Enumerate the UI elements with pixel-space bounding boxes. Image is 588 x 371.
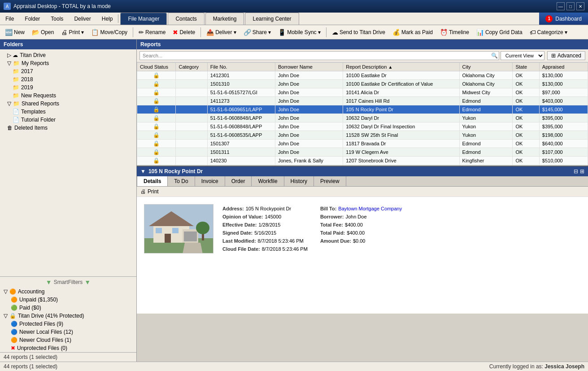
left-status-bar: 44 reports (1 selected) xyxy=(0,352,136,362)
filter-unprotected[interactable]: ✖ Unprotected Files (0) xyxy=(0,344,136,352)
table-row[interactable]: 🔒 1501307 John Doe 11817 Bravada Dr Edmo… xyxy=(137,140,588,148)
col-header-cloud-status[interactable]: Cloud Status xyxy=(137,63,176,71)
filter-protected-files[interactable]: 🔵 Protected Files (9) xyxy=(0,320,136,328)
folder-my-reports[interactable]: ▽ 📁 My Reports xyxy=(0,59,136,67)
table-row[interactable]: 🔒 1501310 John Doe 10100 Eastlake Dr Cer… xyxy=(137,80,588,88)
restore-icon[interactable]: ⊟ xyxy=(574,168,578,175)
table-row[interactable]: 🔒 51-51-6-0608535/LAPP John Doe 11528 SW… xyxy=(137,131,588,140)
detail-print-button[interactable]: 🖨 Print xyxy=(140,188,159,195)
cell-city: Kingfisher xyxy=(459,157,513,165)
copy-grid-button[interactable]: 📊 Copy Grid Data xyxy=(473,27,526,37)
menu-tools[interactable]: Tools xyxy=(45,13,69,25)
folder-tutorial[interactable]: 📄 Tutorial Folder xyxy=(0,116,136,124)
filter-newer-cloud[interactable]: 🟠 Newer Cloud Files (1) xyxy=(0,336,136,344)
timeline-button[interactable]: ⏰ Timeline xyxy=(437,27,472,37)
filter-newer-local[interactable]: 🔵 Newer Local Files (12) xyxy=(0,328,136,336)
cell-category xyxy=(176,114,207,122)
movecopy-button[interactable]: 📋 Move/Copy xyxy=(88,27,131,37)
tab-details[interactable]: Details xyxy=(137,176,168,186)
advanced-button[interactable]: ⊞ Advanced xyxy=(547,51,585,60)
menu-folder[interactable]: Folder xyxy=(19,13,45,25)
print-button[interactable]: 🖨 Print ▾ xyxy=(58,27,87,37)
new-button[interactable]: 🆕 New xyxy=(2,27,28,37)
mobile-sync-button[interactable]: 📱 Mobile Sync ▾ xyxy=(275,27,324,37)
my-reports-label: My Reports xyxy=(22,60,49,66)
send-titan-button[interactable]: ☁ Send to Titan Drive xyxy=(329,27,388,37)
folder-2019[interactable]: 📁 2019 xyxy=(0,83,136,92)
open-button[interactable]: 📂 Open xyxy=(29,27,57,37)
menu-deliver[interactable]: Deliver xyxy=(69,13,96,25)
detail-header-icons: ⊟ ⊞ xyxy=(574,168,584,175)
table-row[interactable]: 🔒 140230 Jones, Frank & Sally 1207 Stone… xyxy=(137,157,588,165)
col-header-file-no[interactable]: File No. xyxy=(207,63,275,71)
col-header-borrower[interactable]: Borrower Name xyxy=(275,63,343,71)
search-input[interactable] xyxy=(139,51,499,60)
filter-accounting[interactable]: ▽ 🟠 Accounting xyxy=(0,288,136,296)
tab-preview[interactable]: Preview xyxy=(314,176,346,186)
filter-titan-drive[interactable]: ▽ 🔒 Titan Drive (41% Protected) xyxy=(0,312,136,320)
tab-marketing[interactable]: Marketing xyxy=(205,13,244,25)
table-row[interactable]: 🔒 51-51-6-0608848/LAPP John Doe 10632 Da… xyxy=(137,122,588,131)
address-value: 105 N Rockypoint Dr xyxy=(246,206,292,211)
title-bar-controls[interactable]: — □ ✕ xyxy=(557,2,584,10)
paid-label: Paid ($0) xyxy=(19,305,41,311)
data-grid[interactable]: Cloud Status Category File No. Borrower … xyxy=(137,62,588,166)
menu-divider xyxy=(118,14,118,23)
rename-button[interactable]: ✏ Rename xyxy=(135,27,169,37)
minimize-button[interactable]: — xyxy=(557,2,565,10)
col-header-report-desc[interactable]: Report Description ▲ xyxy=(343,63,459,71)
timeline-icon: ⏰ xyxy=(440,29,448,36)
cell-borrower: John Doe xyxy=(275,97,343,105)
close-button[interactable]: ✕ xyxy=(576,2,584,10)
folder-2017[interactable]: 📁 2017 xyxy=(0,67,136,75)
templates-icon: 📄 xyxy=(13,109,19,115)
filter-paid[interactable]: 🟢 Paid ($0) xyxy=(0,304,136,312)
mark-paid-button[interactable]: 💰 Mark as Paid xyxy=(389,27,436,37)
folder-titan-drive[interactable]: ▷ ☁ Titan Drive xyxy=(0,51,136,59)
tab-contacts[interactable]: Contacts xyxy=(168,13,204,25)
categorize-button[interactable]: 🏷 Categorize ▾ xyxy=(527,27,571,37)
filter-unpaid[interactable]: 🟠 Unpaid ($1,350) xyxy=(0,296,136,304)
expand-icon[interactable]: ⊞ xyxy=(580,168,584,175)
col-header-state[interactable]: State xyxy=(513,63,539,71)
folder-deleted-items[interactable]: 🗑 Deleted Items xyxy=(0,124,136,132)
dashboard-button[interactable]: 1 Dashboard xyxy=(539,13,588,25)
tab-history[interactable]: History xyxy=(284,176,314,186)
folder-2018[interactable]: 📁 2018 xyxy=(0,75,136,83)
cell-cloud-status: 🔒 xyxy=(137,148,176,157)
bill-to-row: Bill To: Baytown Mortgage Company xyxy=(320,206,402,211)
detail-tabs: Details To Do Invoice Order Workfile His… xyxy=(137,176,588,187)
col-header-appraised[interactable]: Appraised xyxy=(539,63,588,71)
folder-templates[interactable]: 📄 Templates xyxy=(0,108,136,116)
tab-file-manager[interactable]: File Manager xyxy=(120,13,167,25)
deliver-button[interactable]: 📤 Deliver ▾ xyxy=(203,27,240,37)
cell-city: Edmond xyxy=(459,97,513,105)
menu-file[interactable]: File xyxy=(0,13,19,25)
table-row[interactable]: 🔒 1412301 John Doe 10100 Eastlake Dr Okl… xyxy=(137,71,588,80)
table-row[interactable]: 🔒 51-51-6-0609651/LAPP John Doe 105 N Ro… xyxy=(137,105,588,114)
open-icon: 📂 xyxy=(32,29,39,36)
folder-shared-reports[interactable]: ▽ 📁 Shared Reports xyxy=(0,100,136,108)
share-button[interactable]: 🔗 Share ▾ xyxy=(240,27,274,37)
folder-new-requests[interactable]: 📁 New Requests xyxy=(0,92,136,100)
reports-table: Cloud Status Category File No. Borrower … xyxy=(137,62,588,166)
tab-learning-center[interactable]: Learning Center xyxy=(245,13,299,25)
tab-todo[interactable]: To Do xyxy=(168,176,195,186)
tab-order[interactable]: Order xyxy=(225,176,252,186)
unprotected-icon: ✖ xyxy=(11,345,15,351)
col-header-category[interactable]: Category xyxy=(176,63,207,71)
table-row[interactable]: 🔒 51-51-6-0515727/LGI John Doe 10141 Ali… xyxy=(137,88,588,97)
folder-2019-icon: 📁 xyxy=(13,84,19,91)
tab-invoice[interactable]: Invoice xyxy=(195,176,225,186)
view-select[interactable]: Current View xyxy=(501,51,544,60)
advanced-grid-icon: ⊞ xyxy=(551,52,556,59)
table-row[interactable]: 🔒 1411273 John Doe 1017 Caines Hill Rd E… xyxy=(137,97,588,105)
col-header-city[interactable]: City xyxy=(459,63,513,71)
table-row[interactable]: 🔒 51-51-6-0608848/LAPP John Doe 10632 Da… xyxy=(137,114,588,122)
maximize-button[interactable]: □ xyxy=(566,2,575,10)
menu-help[interactable]: Help xyxy=(96,13,118,25)
lock-icon: 🔒 xyxy=(153,115,160,121)
tab-workfile[interactable]: Workfile xyxy=(252,176,284,186)
table-row[interactable]: 🔒 1501311 John Doe 119 W Clegern Ave Edm… xyxy=(137,148,588,157)
delete-button[interactable]: ✖ Delete xyxy=(170,27,198,37)
